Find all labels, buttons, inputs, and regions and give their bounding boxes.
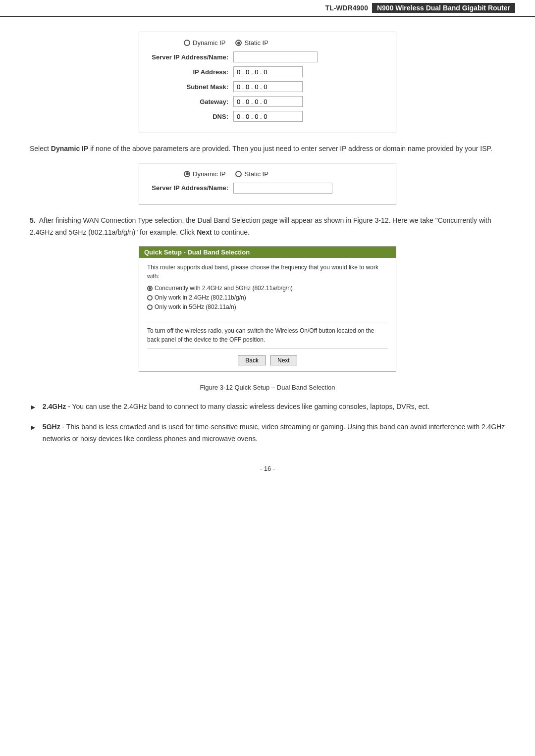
screenshot-titlebar: Quick Setup - Dual Band Selection bbox=[139, 247, 396, 258]
static-ip-radio-label-2[interactable]: Static IP bbox=[235, 170, 268, 178]
dynamic-ip-form-wrapper: Dynamic IP Static IP Server IP Address/N… bbox=[30, 163, 505, 205]
static-ip-label-2: Static IP bbox=[244, 170, 268, 178]
static-ip-unchecked-radio-2 bbox=[235, 171, 242, 177]
header-model: TL-WDR4900 bbox=[325, 4, 368, 12]
page-number: - 16 - bbox=[30, 465, 505, 472]
dns-row: DNS: bbox=[144, 111, 384, 122]
bullet-item-2ghz: ► 2.4GHz - You can use the 2.4GHz band t… bbox=[30, 401, 505, 413]
paragraph-dynamic-ip: Select Dynamic IP if none of the above p… bbox=[30, 143, 505, 155]
server-ip-input[interactable] bbox=[233, 51, 318, 62]
server-ip-label-2: Server IP Address/Name: bbox=[144, 184, 228, 192]
screenshot-option-concurrent[interactable]: Concurrently with 2.4GHz and 5GHz (802.1… bbox=[147, 285, 388, 292]
gateway-input[interactable] bbox=[233, 96, 303, 107]
2ghz-label: Only work in 2.4GHz (802.11b/g/n) bbox=[155, 294, 246, 301]
subnet-mask-row: Subnet Mask: bbox=[144, 81, 384, 92]
bullet-text-5ghz: 5GHz - This band is less crowded and is … bbox=[43, 421, 505, 445]
desc-5ghz: - This band is less crowded and is used … bbox=[43, 423, 505, 443]
subnet-mask-label: Subnet Mask: bbox=[144, 83, 228, 91]
static-ip-form-wrapper: Dynamic IP Static IP Server IP Address/N… bbox=[30, 32, 505, 133]
dual-band-screenshot: Quick Setup - Dual Band Selection This r… bbox=[139, 246, 396, 372]
bullet-arrow-5ghz: ► bbox=[30, 422, 37, 434]
dynamic-ip-label: Dynamic IP bbox=[193, 39, 225, 47]
dynamic-ip-radio-label-2[interactable]: Dynamic IP bbox=[184, 170, 225, 178]
dynamic-ip-checked-radio-2 bbox=[184, 171, 190, 177]
static-ip-radio-label[interactable]: Static IP bbox=[235, 39, 268, 47]
dns-label: DNS: bbox=[144, 113, 228, 120]
step5-text: 5. After finishing WAN Connection Type s… bbox=[30, 215, 505, 239]
bullet-list: ► 2.4GHz - You can use the 2.4GHz band t… bbox=[30, 401, 505, 445]
term-5ghz: 5GHz bbox=[43, 423, 60, 431]
server-ip-row: Server IP Address/Name: bbox=[144, 51, 384, 62]
dynamic-ip-form: Dynamic IP Static IP Server IP Address/N… bbox=[139, 163, 396, 205]
ip-address-label: IP Address: bbox=[144, 68, 228, 76]
page-content: Dynamic IP Static IP Server IP Address/N… bbox=[0, 27, 535, 492]
concurrent-label: Concurrently with 2.4GHz and 5GHz (802.1… bbox=[155, 285, 293, 292]
static-ip-checked-radio bbox=[235, 40, 242, 46]
page-header: TL-WDR4900 N900 Wireless Dual Band Gigab… bbox=[0, 0, 535, 17]
screenshot-divider bbox=[147, 322, 388, 322]
screenshot-option-2ghz[interactable]: Only work in 2.4GHz (802.11b/g/n) bbox=[147, 294, 388, 301]
header-description: N900 Wireless Dual Band Gigabit Router bbox=[372, 3, 515, 13]
dynamic-ip-unchecked-radio bbox=[184, 40, 190, 46]
server-ip-row-2: Server IP Address/Name: bbox=[144, 183, 384, 194]
dynamic-ip-label-2: Dynamic IP bbox=[193, 170, 225, 178]
ip-address-row: IP Address: bbox=[144, 66, 384, 77]
screenshot-intro: This router supports dual band, please c… bbox=[147, 263, 388, 281]
back-button[interactable]: Back bbox=[238, 355, 266, 365]
2ghz-radio-unchecked bbox=[147, 295, 153, 301]
next-button[interactable]: Next bbox=[270, 355, 297, 365]
screenshot-divider-2 bbox=[147, 348, 388, 349]
dns-input[interactable] bbox=[233, 111, 303, 122]
static-ip-label: Static IP bbox=[244, 39, 268, 47]
term-2ghz: 2.4GHz bbox=[43, 403, 66, 410]
desc-2ghz: - You can use the 2.4GHz band to connect… bbox=[66, 403, 429, 410]
screenshot-body: This router supports dual band, please c… bbox=[139, 258, 396, 371]
5ghz-label: Only work in 5GHz (802.11a/n) bbox=[155, 303, 236, 310]
bullet-arrow-2ghz: ► bbox=[30, 402, 37, 413]
bullet-item-5ghz: ► 5GHz - This band is less crowded and i… bbox=[30, 421, 505, 445]
subnet-mask-input[interactable] bbox=[233, 81, 303, 92]
bullet-text-2ghz: 2.4GHz - You can use the 2.4GHz band to … bbox=[43, 401, 429, 413]
figure-caption: Figure 3-12 Quick Setup – Dual Band Sele… bbox=[30, 384, 505, 391]
5ghz-radio-unchecked bbox=[147, 304, 153, 310]
server-ip-label: Server IP Address/Name: bbox=[144, 53, 228, 61]
server-ip-input-2[interactable] bbox=[233, 183, 332, 194]
screenshot-note: To turn off the wireless radio, you can … bbox=[147, 326, 388, 344]
dual-band-screenshot-wrapper: Quick Setup - Dual Band Selection This r… bbox=[30, 246, 505, 380]
ip-address-input[interactable] bbox=[233, 66, 303, 77]
static-ip-form: Dynamic IP Static IP Server IP Address/N… bbox=[139, 32, 396, 133]
concurrent-radio-checked bbox=[147, 286, 153, 291]
dynamic-ip-radio-label[interactable]: Dynamic IP bbox=[184, 39, 225, 47]
screenshot-buttons: Back Next bbox=[147, 353, 388, 367]
gateway-label: Gateway: bbox=[144, 98, 228, 105]
screenshot-option-5ghz[interactable]: Only work in 5GHz (802.11a/n) bbox=[147, 303, 388, 310]
gateway-row: Gateway: bbox=[144, 96, 384, 107]
